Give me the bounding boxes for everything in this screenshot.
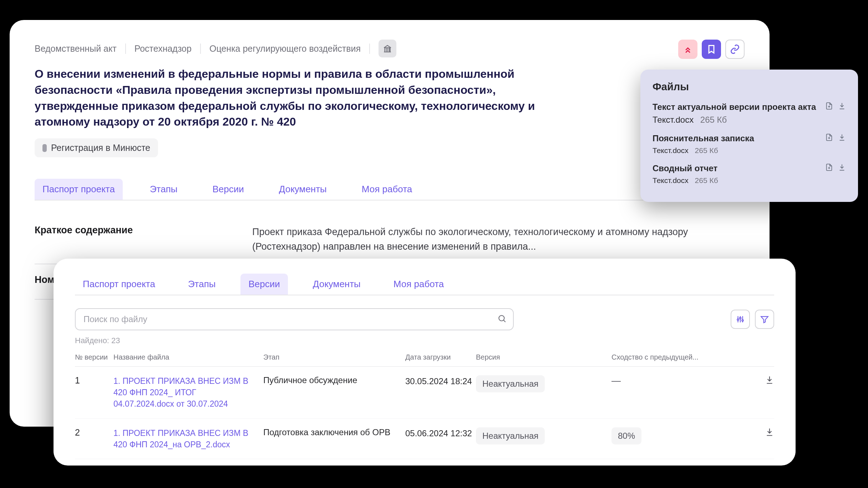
filter-icon[interactable]: [755, 310, 774, 329]
file-doc-icon[interactable]: [825, 163, 833, 173]
status-badge: Регистрация в Минюсте: [35, 138, 158, 157]
cell-num: 1: [75, 375, 113, 386]
search-row: [75, 308, 774, 330]
summary-value: Проект приказа Федеральной службы по эко…: [252, 225, 745, 254]
settings-sliders-icon[interactable]: [731, 310, 750, 329]
file-label: Текст актуальной версии проекта акта: [653, 102, 846, 112]
passport-row-summary: Краткое содержание Проект приказа Федера…: [35, 215, 745, 264]
tabs-secondary: Паспорт проекта Этапы Версии Документы М…: [75, 274, 774, 295]
files-panel: Файлы Текст актуальной версии проекта ак…: [640, 70, 858, 202]
cell-stage: Подготовка заключения об ОРВ: [263, 427, 405, 437]
toolbar-actions: [678, 40, 745, 59]
svg-point-0: [499, 315, 504, 321]
file-item: Текст актуальной версии проекта акта Тек…: [653, 102, 846, 125]
tab-versions[interactable]: Версии: [240, 274, 288, 295]
th-name: Название файла: [113, 353, 263, 361]
svg-point-3: [742, 320, 743, 321]
th-similarity: Сходство с предыдущей...: [611, 353, 740, 361]
files-title: Файлы: [653, 81, 846, 93]
page-title: О внесении изменений в федеральные нормы…: [35, 66, 573, 130]
tab-mywork[interactable]: Моя работа: [386, 274, 452, 295]
file-name: Текст.docx: [653, 176, 689, 184]
cell-num: 2: [75, 427, 113, 438]
tab-documents[interactable]: Документы: [305, 274, 369, 295]
breadcrumb-item[interactable]: Оценка регулирующего воздействия: [209, 44, 370, 54]
breadcrumb: Ведомственный акт Ростехнадзор Оценка ре…: [35, 40, 745, 57]
file-item: Сводный отчет Текст.docx 265 Кб: [653, 163, 846, 185]
svg-point-1: [737, 319, 738, 320]
status-dot-icon: [42, 144, 47, 152]
tab-stages[interactable]: Этапы: [180, 274, 224, 295]
file-size: 265 Кб: [695, 146, 718, 154]
link-button[interactable]: [725, 40, 745, 59]
cell-date: 05.06.2024 12:32: [405, 427, 476, 439]
cell-stage: Публичное обсуждение: [263, 375, 405, 385]
tab-documents[interactable]: Документы: [271, 179, 335, 200]
similarity-value: —: [611, 375, 621, 386]
download-icon[interactable]: [838, 163, 846, 173]
file-name: Текст.docx: [653, 115, 694, 124]
collapse-button[interactable]: [678, 40, 697, 59]
th-num: № версии: [75, 353, 113, 361]
file-label: Пояснительная записка: [653, 133, 846, 143]
file-size: 265 Кб: [700, 115, 727, 124]
cell-date: 30.05.2024 18:24: [405, 375, 476, 387]
version-badge: Неактуальная: [476, 375, 545, 392]
file-item: Пояснительная записка Текст.docx 265 Кб: [653, 133, 846, 155]
cell-filename[interactable]: 1. ПРОЕКТ ПРИКАЗА ВНЕС ИЗМ В 420 ФНП 202…: [113, 375, 263, 410]
tab-passport[interactable]: Паспорт проекта: [35, 179, 123, 200]
search-icon[interactable]: [497, 314, 507, 325]
download-icon[interactable]: [765, 380, 774, 386]
cell-filename[interactable]: 1. ПРОЕКТ ПРИКАЗА ВНЕС ИЗМ В 420 ФНП 202…: [113, 427, 263, 450]
tab-passport[interactable]: Паспорт проекта: [75, 274, 163, 295]
versions-table: № версии Название файла Этап Дата загруз…: [75, 353, 774, 459]
download-icon[interactable]: [838, 102, 846, 111]
download-icon[interactable]: [765, 432, 774, 438]
tab-mywork[interactable]: Моя работа: [354, 179, 420, 200]
bookmark-button[interactable]: [702, 40, 721, 59]
breadcrumb-item[interactable]: Ведомственный акт: [35, 44, 126, 54]
search-box: [75, 308, 514, 330]
file-doc-icon[interactable]: [825, 133, 833, 143]
th-version: Версия: [476, 353, 611, 361]
versions-card: Паспорт проекта Этапы Версии Документы М…: [54, 259, 796, 466]
th-date: Дата загрузки: [405, 353, 476, 361]
breadcrumb-item[interactable]: Ростехнадзор: [134, 44, 201, 54]
file-name: Текст.docx: [653, 146, 689, 154]
tab-stages[interactable]: Этапы: [142, 179, 186, 200]
institution-icon[interactable]: [379, 40, 396, 57]
search-input[interactable]: [75, 308, 514, 330]
file-doc-icon[interactable]: [825, 102, 833, 111]
summary-label: Краткое содержание: [35, 225, 252, 254]
tab-versions[interactable]: Версии: [204, 179, 252, 200]
download-icon[interactable]: [838, 133, 846, 143]
results-count: Найдено: 23: [75, 336, 774, 345]
th-stage: Этап: [263, 353, 405, 361]
svg-point-2: [740, 317, 741, 319]
similarity-value: 80%: [611, 427, 641, 444]
file-label: Сводный отчет: [653, 163, 846, 173]
tabs-primary: Паспорт проекта Этапы Версии Документы М…: [35, 179, 745, 200]
status-label: Регистрация в Минюсте: [51, 143, 150, 153]
table-header: № версии Название файла Этап Дата загруз…: [75, 353, 774, 367]
table-row: 1 1. ПРОЕКТ ПРИКАЗА ВНЕС ИЗМ В 420 ФНП 2…: [75, 367, 774, 419]
table-row: 2 1. ПРОЕКТ ПРИКАЗА ВНЕС ИЗМ В 420 ФНП 2…: [75, 419, 774, 459]
file-size: 265 Кб: [695, 176, 718, 184]
version-badge: Неактуальная: [476, 427, 545, 444]
